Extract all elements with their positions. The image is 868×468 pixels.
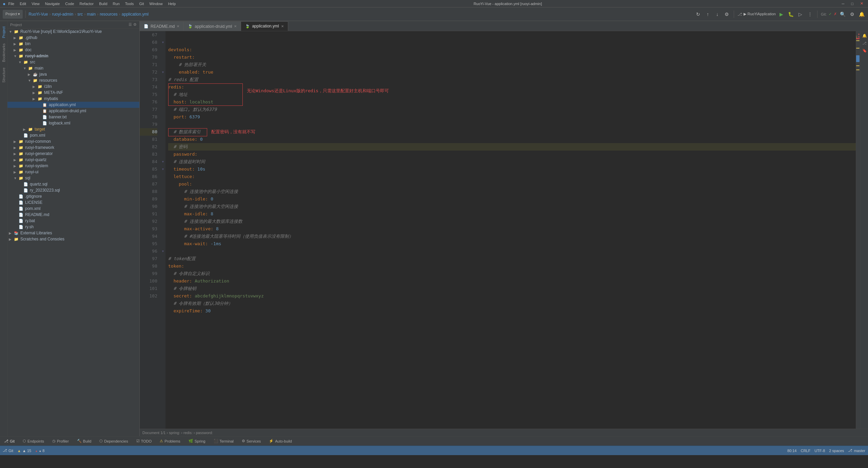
bottom-tool-spring[interactable]: 🌿 Spring (187, 438, 207, 444)
tab-application-yml[interactable]: 🍃 application.yml ✕ (241, 21, 288, 31)
tree-item-target[interactable]: ▶ 📁 target (7, 126, 139, 132)
breadcrumb-ruoyi-vue[interactable]: RuoYi-Vue (28, 12, 48, 17)
bottom-tool-git[interactable]: ⎇ Git (3, 438, 16, 444)
run-app-btn[interactable]: ▶ (778, 11, 785, 18)
sidebar-collapse-btn[interactable]: ☰ (129, 22, 132, 27)
more-run-btn[interactable]: ⋮ (806, 11, 814, 18)
tree-item-pom-root[interactable]: 📄 pom.xml (7, 206, 139, 212)
bottom-tool-profiler[interactable]: ◷ Profiler (51, 438, 70, 444)
tree-item-ry-sh[interactable]: 📄 ry.sh (7, 224, 139, 230)
project-dropdown[interactable]: Project ▾ (3, 10, 23, 19)
bottom-tool-problems[interactable]: ⚠ Problems (158, 438, 181, 444)
line-col-status[interactable]: 80:14 (787, 449, 797, 453)
side-icon-notifications[interactable]: 🔔 (862, 33, 868, 39)
side-icon-git[interactable]: ⎇ (862, 40, 868, 46)
bottom-tool-terminal[interactable]: ⬛ Terminal (212, 438, 235, 444)
bottom-tool-build[interactable]: 🔨 Build (76, 438, 93, 444)
menu-navigate[interactable]: Navigate (45, 2, 60, 6)
breadcrumb-file[interactable]: application.yml (122, 12, 149, 17)
tree-item-java[interactable]: ▶ ☕ java (7, 71, 139, 77)
tab-druid-close[interactable]: ✕ (234, 24, 237, 28)
tree-item-doc[interactable]: ▶ 📁 doc (7, 47, 139, 53)
tree-item-root[interactable]: ▼ 📁 RuoYi-Vue [ruoyi] E:\WorkSpace1\RuoY… (7, 28, 139, 35)
breadcrumb-main[interactable]: main (87, 12, 96, 17)
menu-build[interactable]: Build (99, 2, 107, 6)
left-tab-bookmarks[interactable]: Bookmarks (1, 41, 7, 65)
breadcrumb-ruoyi-admin[interactable]: ruoyi-admin (52, 12, 73, 17)
menu-window[interactable]: Window (150, 2, 163, 6)
vcs-status[interactable]: ⎇ master (848, 448, 865, 453)
window-close[interactable]: ✕ (858, 1, 865, 6)
side-icon-bookmark[interactable]: 🔖 (862, 47, 868, 54)
warnings-status[interactable]: ▲ ▲ 15 (17, 449, 31, 453)
search-btn[interactable]: 🔍 (839, 11, 846, 18)
toolbar-up-icon[interactable]: ↑ (704, 11, 711, 18)
editor-container[interactable]: 6768697071727374757677787980818283848586… (140, 31, 856, 429)
window-maximize[interactable]: □ (849, 2, 855, 6)
tree-item-sql[interactable]: ▼ 📁 sql (7, 175, 139, 181)
tree-item-ry-bat[interactable]: 📄 ry.bat (7, 218, 139, 224)
tree-item-ruoyi-quartz[interactable]: ▶ 📁 ruoyi-quartz (7, 157, 139, 163)
menu-refactor[interactable]: Refactor (80, 2, 94, 6)
menu-view[interactable]: View (32, 2, 40, 6)
bottom-tool-endpoints[interactable]: ⬡ Endpoints (21, 438, 45, 444)
settings-gear-btn[interactable]: ⚙ (848, 11, 856, 18)
tree-item-ry-sql[interactable]: 📄 ry_20230223.sql (7, 187, 139, 193)
tree-item-application-yml[interactable]: 📋 application.yml (7, 102, 139, 108)
tree-item-application-druid-yml[interactable]: 📋 application-druid.yml (7, 108, 139, 114)
git-status-item[interactable]: ⎇ Git (3, 448, 13, 453)
bottom-tool-dependencies[interactable]: ⬡ Dependencies (98, 438, 129, 444)
tree-item-bin[interactable]: ▶ 📁 bin (7, 41, 139, 47)
left-tab-project[interactable]: Project (1, 24, 7, 41)
menu-git[interactable]: Git (139, 2, 144, 6)
tree-item-ruoyi-framework[interactable]: ▶ 📁 ruoyi-framework (7, 144, 139, 151)
tree-item-readme[interactable]: 📄 README.md (7, 212, 139, 218)
crlf-status[interactable]: CRLF (801, 449, 810, 453)
bottom-tool-autobuild[interactable]: ⚡ Auto-build (268, 438, 293, 444)
bottom-tool-services[interactable]: ⚙ Services (240, 438, 262, 444)
tree-item-ruoyi-ui[interactable]: ▶ 📁 ruoyi-ui (7, 169, 139, 175)
tree-item-external-libs[interactable]: ▶ 📚 External Libraries (7, 230, 139, 236)
tab-readme-close[interactable]: ✕ (177, 24, 179, 28)
sidebar-gear-btn[interactable]: ⚙ (133, 22, 137, 27)
tree-item-main[interactable]: ▼ 📁 main (7, 65, 139, 71)
tree-item-scratches[interactable]: ▶ 📁 Scratches and Consoles (7, 236, 139, 242)
menu-file[interactable]: File (8, 2, 14, 6)
toolbar-settings-icon[interactable]: ⚙ (723, 11, 730, 18)
coverage-btn[interactable]: ▷ (797, 11, 804, 18)
menu-run[interactable]: Run (113, 2, 120, 6)
tree-item-pom-admin[interactable]: 📄 pom.xml (7, 132, 139, 138)
tree-item-ruoyi-common[interactable]: ▶ 📁 ruoyi-common (7, 138, 139, 144)
tab-druid[interactable]: 🍃 application-druid.yml ✕ (184, 21, 241, 31)
tree-item-github[interactable]: ▶ 📁 .github (7, 35, 139, 41)
indent-status[interactable]: 2 spaces (829, 449, 844, 453)
tree-item-logback-xml[interactable]: 📄 logback.xml (7, 120, 139, 126)
tab-readme[interactable]: 📄 README.md ✕ (140, 21, 184, 31)
breadcrumb-src[interactable]: src (77, 12, 83, 17)
tree-item-quartz-sql[interactable]: 📄 quartz.sql (7, 181, 139, 187)
tab-app-yml-close[interactable]: ✕ (281, 24, 284, 28)
bottom-tool-todo[interactable]: ☑ TODO (135, 438, 153, 444)
tree-item-resources[interactable]: ▼ 📁 resources (7, 77, 139, 83)
tree-item-gitignore[interactable]: 📄 .gitignore (7, 193, 139, 199)
tree-item-i18n[interactable]: ▶ 📁 i18n (7, 83, 139, 90)
menu-tools[interactable]: Tools (125, 2, 134, 6)
tree-item-ruoyi-generator[interactable]: ▶ 📁 ruoyi-generator (7, 151, 139, 157)
profile-dropdown[interactable]: ▶ RuoYiApplication (744, 12, 775, 16)
tree-item-banner-txt[interactable]: 📄 banner.txt (7, 114, 139, 120)
tree-item-license[interactable]: 📄 LICENSE (7, 199, 139, 206)
menu-code[interactable]: Code (65, 2, 74, 6)
tree-item-src[interactable]: ▼ 📁 src (7, 59, 139, 65)
menu-help[interactable]: Help (168, 2, 176, 6)
tree-item-meta-inf[interactable]: ▶ 📁 META-INF (7, 90, 139, 96)
encoding-status[interactable]: UTF-8 (814, 449, 825, 453)
tree-item-ruoyi-system[interactable]: ▶ 📁 ruoyi-system (7, 163, 139, 169)
debug-app-btn[interactable]: 🐛 (787, 11, 795, 18)
breadcrumb-resources[interactable]: resources (100, 12, 118, 17)
tree-item-ruoyi-admin[interactable]: ▼ 📁 ruoyi-admin (7, 53, 139, 59)
errors-status[interactable]: ⬥ ⬥ 8 (35, 449, 44, 453)
toolbar-down-icon[interactable]: ↓ (713, 11, 721, 18)
window-minimize[interactable]: ─ (840, 2, 847, 6)
notifications-btn[interactable]: 🔔 (858, 11, 865, 18)
tree-item-mybatis[interactable]: ▶ 📁 mybatis (7, 96, 139, 102)
